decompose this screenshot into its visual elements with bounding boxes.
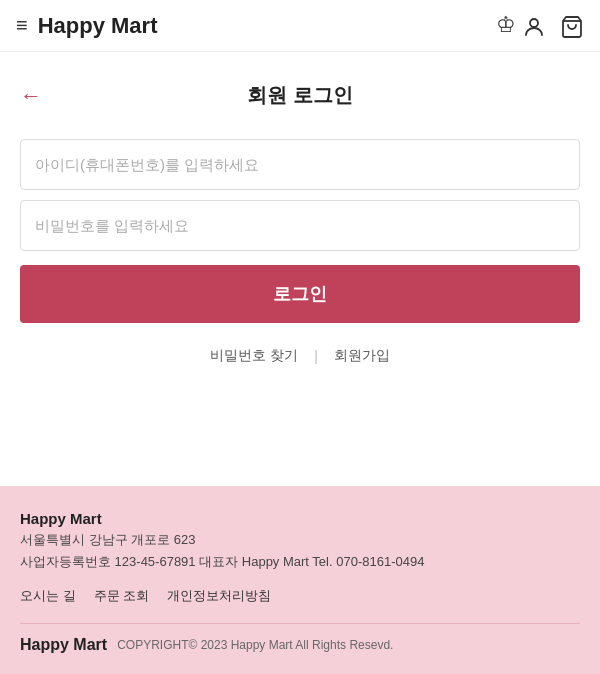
header-left: ≡ Happy Mart <box>16 13 157 39</box>
login-button[interactable]: 로그인 <box>20 265 580 323</box>
page-title: 회원 로그인 <box>247 82 353 109</box>
footer-nav-orders[interactable]: 주문 조회 <box>94 587 150 605</box>
id-input[interactable] <box>20 139 580 190</box>
main-content: ← 회원 로그인 로그인 비밀번호 찾기 | 회원가입 <box>0 52 600 486</box>
find-password-link[interactable]: 비밀번호 찾기 <box>194 347 314 365</box>
footer-nav-privacy[interactable]: 개인정보처리방침 <box>167 587 271 605</box>
brand-title: Happy Mart <box>38 13 158 39</box>
footer-copyright: COPYRIGHT© 2023 Happy Mart All Rights Re… <box>117 638 393 652</box>
links-row: 비밀번호 찾기 | 회원가입 <box>20 347 580 365</box>
app-header: ≡ Happy Mart ♔ <box>0 0 600 52</box>
back-button[interactable]: ← <box>20 83 42 109</box>
footer-address: 서울특별시 강남구 개포로 623 <box>20 531 580 549</box>
footer-biz-info: 사업자등록번호 123-45-67891 대표자 Happy Mart Tel.… <box>20 553 580 571</box>
footer-nav-directions[interactable]: 오시는 길 <box>20 587 76 605</box>
footer-bottom: Happy Mart COPYRIGHT© 2023 Happy Mart Al… <box>20 623 580 654</box>
header-right: ♔ <box>496 12 584 38</box>
join-link[interactable]: 회원가입 <box>318 347 406 365</box>
cart-icon[interactable] <box>560 12 584 38</box>
footer-nav: 오시는 길 주문 조회 개인정보처리방침 <box>20 587 580 605</box>
footer-company-name: Happy Mart <box>20 510 580 527</box>
footer-brand: Happy Mart <box>20 636 107 654</box>
footer: Happy Mart 서울특별시 강남구 개포로 623 사업자등록번호 123… <box>0 486 600 674</box>
login-form: 로그인 비밀번호 찾기 | 회원가입 <box>20 139 580 365</box>
password-input[interactable] <box>20 200 580 251</box>
svg-point-0 <box>530 19 538 27</box>
user-icon[interactable]: ♔ <box>496 12 546 38</box>
hamburger-icon[interactable]: ≡ <box>16 14 28 37</box>
page-header: ← 회원 로그인 <box>20 82 580 109</box>
